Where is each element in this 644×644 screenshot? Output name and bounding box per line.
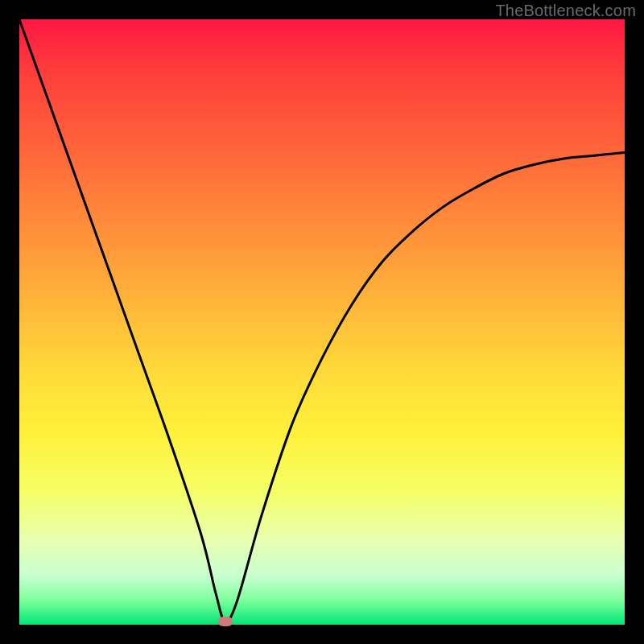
chart-plot-area: [19, 19, 625, 625]
chart-curve: [19, 19, 625, 625]
site-watermark: TheBottleneck.com: [495, 2, 636, 20]
chart-marker-dot: [218, 617, 233, 626]
chart-curve-path: [19, 19, 625, 621]
